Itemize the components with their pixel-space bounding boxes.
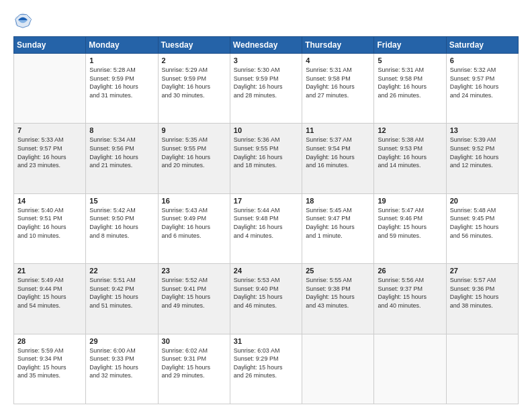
calendar-cell: 13Sunrise: 5:39 AM Sunset: 9:52 PM Dayli… (446, 124, 518, 193)
day-number: 5 (378, 56, 442, 64)
day-info: Sunrise: 5:32 AM Sunset: 9:57 PM Dayligh… (450, 66, 515, 99)
day-info: Sunrise: 5:55 AM Sunset: 9:38 PM Dayligh… (306, 276, 370, 310)
day-number: 24 (234, 267, 298, 275)
day-number: 10 (234, 126, 298, 134)
day-info: Sunrise: 5:36 AM Sunset: 9:55 PM Dayligh… (234, 136, 298, 169)
day-number: 15 (89, 197, 154, 205)
day-info: Sunrise: 5:42 AM Sunset: 9:50 PM Dayligh… (89, 206, 154, 240)
weekday-header: Monday (86, 37, 158, 54)
calendar-week-row: 14Sunrise: 5:40 AM Sunset: 9:51 PM Dayli… (14, 193, 519, 263)
day-number: 18 (306, 197, 370, 205)
day-number: 12 (378, 126, 442, 134)
calendar-cell: 5Sunrise: 5:31 AM Sunset: 9:58 PM Daylig… (374, 54, 446, 124)
calendar-week-row: 28Sunrise: 5:59 AM Sunset: 9:34 PM Dayli… (14, 334, 519, 404)
day-info: Sunrise: 5:33 AM Sunset: 9:57 PM Dayligh… (17, 136, 82, 169)
day-info: Sunrise: 5:30 AM Sunset: 9:59 PM Dayligh… (234, 66, 298, 99)
day-number: 11 (306, 126, 370, 134)
calendar-cell: 26Sunrise: 5:56 AM Sunset: 9:37 PM Dayli… (374, 264, 446, 334)
day-info: Sunrise: 5:34 AM Sunset: 9:56 PM Dayligh… (89, 136, 154, 169)
calendar-cell: 29Sunrise: 6:00 AM Sunset: 9:33 PM Dayli… (86, 334, 158, 404)
day-info: Sunrise: 5:43 AM Sunset: 9:49 PM Dayligh… (162, 206, 226, 240)
calendar-cell: 18Sunrise: 5:45 AM Sunset: 9:47 PM Dayli… (302, 193, 374, 263)
day-number: 7 (17, 126, 82, 134)
calendar-cell: 23Sunrise: 5:52 AM Sunset: 9:41 PM Dayli… (158, 264, 230, 334)
weekday-header: Thursday (302, 37, 374, 54)
weekday-header-row: SundayMondayTuesdayWednesdayThursdayFrid… (14, 37, 519, 54)
calendar-cell: 15Sunrise: 5:42 AM Sunset: 9:50 PM Dayli… (86, 193, 158, 263)
calendar-cell: 19Sunrise: 5:47 AM Sunset: 9:46 PM Dayli… (374, 193, 446, 263)
day-number: 30 (162, 337, 226, 345)
day-info: Sunrise: 5:49 AM Sunset: 9:44 PM Dayligh… (17, 276, 82, 310)
calendar-cell: 27Sunrise: 5:57 AM Sunset: 9:36 PM Dayli… (446, 264, 518, 334)
day-info: Sunrise: 5:38 AM Sunset: 9:53 PM Dayligh… (378, 136, 442, 169)
day-number: 1 (89, 56, 154, 64)
day-number: 9 (162, 126, 226, 134)
calendar-cell: 3Sunrise: 5:30 AM Sunset: 9:59 PM Daylig… (230, 54, 302, 124)
day-info: Sunrise: 5:31 AM Sunset: 9:58 PM Dayligh… (306, 66, 370, 99)
day-info: Sunrise: 5:52 AM Sunset: 9:41 PM Dayligh… (162, 276, 226, 310)
calendar-cell: 21Sunrise: 5:49 AM Sunset: 9:44 PM Dayli… (14, 264, 86, 334)
day-info: Sunrise: 5:45 AM Sunset: 9:47 PM Dayligh… (306, 206, 370, 240)
day-info: Sunrise: 6:00 AM Sunset: 9:33 PM Dayligh… (89, 347, 154, 380)
day-info: Sunrise: 6:02 AM Sunset: 9:31 PM Dayligh… (162, 347, 226, 380)
calendar-cell: 24Sunrise: 5:53 AM Sunset: 9:40 PM Dayli… (230, 264, 302, 334)
calendar-cell (374, 334, 446, 404)
calendar-week-row: 1Sunrise: 5:28 AM Sunset: 9:59 PM Daylig… (14, 54, 519, 124)
day-number: 19 (378, 197, 442, 205)
day-info: Sunrise: 5:44 AM Sunset: 9:48 PM Dayligh… (234, 206, 298, 240)
weekday-header: Sunday (14, 37, 86, 54)
day-info: Sunrise: 5:48 AM Sunset: 9:45 PM Dayligh… (450, 206, 515, 240)
day-number: 16 (162, 197, 226, 205)
day-number: 2 (162, 56, 226, 64)
day-info: Sunrise: 5:47 AM Sunset: 9:46 PM Dayligh… (378, 206, 442, 240)
calendar-cell: 10Sunrise: 5:36 AM Sunset: 9:55 PM Dayli… (230, 124, 302, 193)
day-number: 26 (378, 267, 442, 275)
calendar-table: SundayMondayTuesdayWednesdayThursdayFrid… (13, 36, 519, 404)
weekday-header: Saturday (446, 37, 518, 54)
calendar-cell: 9Sunrise: 5:35 AM Sunset: 9:55 PM Daylig… (158, 124, 230, 193)
day-info: Sunrise: 6:03 AM Sunset: 9:29 PM Dayligh… (234, 347, 298, 380)
day-info: Sunrise: 5:56 AM Sunset: 9:37 PM Dayligh… (378, 276, 442, 310)
day-number: 31 (234, 337, 298, 345)
day-info: Sunrise: 5:53 AM Sunset: 9:40 PM Dayligh… (234, 276, 298, 310)
calendar-cell: 30Sunrise: 6:02 AM Sunset: 9:31 PM Dayli… (158, 334, 230, 404)
day-number: 13 (450, 126, 515, 134)
weekday-header: Friday (374, 37, 446, 54)
calendar-cell: 12Sunrise: 5:38 AM Sunset: 9:53 PM Dayli… (374, 124, 446, 193)
calendar-cell: 2Sunrise: 5:29 AM Sunset: 9:59 PM Daylig… (158, 54, 230, 124)
calendar-cell (446, 334, 518, 404)
calendar-cell: 14Sunrise: 5:40 AM Sunset: 9:51 PM Dayli… (14, 193, 86, 263)
day-number: 8 (89, 126, 154, 134)
weekday-header: Tuesday (158, 37, 230, 54)
logo (13, 11, 35, 30)
page: SundayMondayTuesdayWednesdayThursdayFrid… (0, 0, 532, 411)
calendar-week-row: 21Sunrise: 5:49 AM Sunset: 9:44 PM Dayli… (14, 264, 519, 334)
day-number: 27 (450, 267, 515, 275)
day-info: Sunrise: 5:59 AM Sunset: 9:34 PM Dayligh… (17, 347, 82, 380)
calendar-cell: 6Sunrise: 5:32 AM Sunset: 9:57 PM Daylig… (446, 54, 518, 124)
day-number: 25 (306, 267, 370, 275)
day-number: 29 (89, 337, 154, 345)
calendar-cell: 22Sunrise: 5:51 AM Sunset: 9:42 PM Dayli… (86, 264, 158, 334)
calendar-cell: 20Sunrise: 5:48 AM Sunset: 9:45 PM Dayli… (446, 193, 518, 263)
calendar-cell: 25Sunrise: 5:55 AM Sunset: 9:38 PM Dayli… (302, 264, 374, 334)
day-info: Sunrise: 5:40 AM Sunset: 9:51 PM Dayligh… (17, 206, 82, 240)
day-number: 17 (234, 197, 298, 205)
day-info: Sunrise: 5:29 AM Sunset: 9:59 PM Dayligh… (162, 66, 226, 99)
calendar-week-row: 7Sunrise: 5:33 AM Sunset: 9:57 PM Daylig… (14, 124, 519, 193)
calendar-cell (302, 334, 374, 404)
day-info: Sunrise: 5:35 AM Sunset: 9:55 PM Dayligh… (162, 136, 226, 169)
calendar-cell: 17Sunrise: 5:44 AM Sunset: 9:48 PM Dayli… (230, 193, 302, 263)
day-info: Sunrise: 5:37 AM Sunset: 9:54 PM Dayligh… (306, 136, 370, 169)
day-number: 21 (17, 267, 82, 275)
logo-icon (13, 11, 32, 30)
header (13, 11, 519, 30)
day-number: 22 (89, 267, 154, 275)
day-info: Sunrise: 5:28 AM Sunset: 9:59 PM Dayligh… (89, 66, 154, 99)
day-number: 3 (234, 56, 298, 64)
day-number: 28 (17, 337, 82, 345)
day-number: 6 (450, 56, 515, 64)
day-info: Sunrise: 5:31 AM Sunset: 9:58 PM Dayligh… (378, 66, 442, 99)
day-info: Sunrise: 5:57 AM Sunset: 9:36 PM Dayligh… (450, 276, 515, 310)
day-info: Sunrise: 5:51 AM Sunset: 9:42 PM Dayligh… (89, 276, 154, 310)
